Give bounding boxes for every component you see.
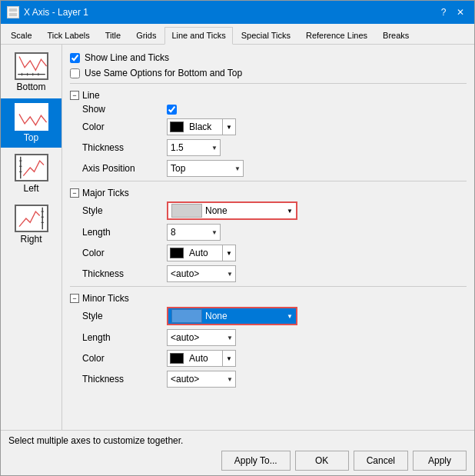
major-style-label: Style [82, 205, 167, 216]
minor-length-label: Length [82, 332, 167, 343]
tab-grids[interactable]: Grids [129, 27, 163, 44]
status-text: Select multiple axes to customize togeth… [8, 435, 467, 446]
minor-ticks-section-title: Minor Ticks [82, 293, 129, 304]
minor-style-control: None ▼ [167, 307, 297, 325]
main-panel: Show Line and Ticks Use Same Options for… [62, 45, 474, 430]
sidebar-label-top: Top [24, 132, 38, 143]
major-thickness-control: <auto> [167, 265, 236, 282]
sidebar-label-left: Left [23, 183, 38, 194]
sidebar: Bottom Top [1, 45, 62, 430]
tab-bar: Scale Tick Labels Title Grids Line and T… [1, 24, 474, 45]
minor-style-dropdown[interactable]: None ▼ [167, 307, 297, 325]
minor-thickness-select[interactable]: <auto> [167, 371, 236, 388]
axis-position-select[interactable]: Top [167, 160, 244, 177]
minor-length-select[interactable]: <auto> [167, 329, 236, 346]
axis-position-select-wrapper: Top [167, 160, 244, 177]
major-color-value: Auto [186, 248, 222, 258]
line-show-label: Show [82, 104, 167, 115]
minor-thickness-row: Thickness <auto> [70, 371, 467, 388]
minor-style-label: Style [82, 311, 167, 321]
show-line-ticks-row: Show Line and Ticks [70, 52, 467, 63]
minor-style-arrow: ▼ [284, 313, 296, 320]
line-color-swatch [168, 119, 186, 135]
title-bar-left: X Axis - Layer 1 [7, 6, 88, 18]
tab-scale[interactable]: Scale [4, 27, 39, 44]
major-ticks-section-header: − Major Ticks [70, 188, 467, 198]
major-ticks-collapse-btn[interactable]: − [70, 188, 79, 198]
minor-ticks-section-header: − Minor Ticks [70, 293, 467, 304]
divider-3 [70, 286, 467, 287]
same-options-checkbox[interactable] [70, 68, 80, 78]
major-color-swatch [168, 245, 186, 261]
major-color-dropdown[interactable]: Auto ▼ [167, 245, 236, 261]
minor-color-swatch [168, 351, 186, 366]
minor-color-label: Color [82, 353, 167, 364]
line-color-dropdown[interactable]: Black ▼ [167, 118, 236, 135]
apply-button[interactable]: Apply [413, 451, 467, 471]
divider-2 [70, 181, 467, 181]
major-length-select[interactable]: 8 [167, 224, 221, 241]
help-button[interactable]: ? [436, 5, 451, 20]
tab-title[interactable]: Title [98, 27, 128, 44]
line-show-row: Show [70, 104, 467, 115]
major-length-row: Length 8 [70, 224, 467, 241]
line-thickness-control: 1.5 [167, 139, 221, 156]
tab-tick-labels[interactable]: Tick Labels [41, 27, 97, 44]
line-show-control [167, 105, 177, 115]
line-color-value: Black [186, 121, 222, 132]
tab-breaks[interactable]: Breaks [376, 27, 416, 44]
show-line-ticks-checkbox[interactable] [70, 53, 80, 63]
major-style-row: Style None ▼ [70, 201, 467, 220]
line-show-checkbox[interactable] [167, 105, 177, 115]
sidebar-item-left[interactable]: Left [1, 149, 61, 198]
axis-position-label: Axis Position [82, 163, 167, 174]
line-color-label: Color [82, 121, 167, 132]
sidebar-item-right[interactable]: Right [1, 200, 61, 249]
major-color-control: Auto ▼ [167, 245, 236, 261]
axis-position-control: Top [167, 160, 244, 177]
tab-line-and-ticks[interactable]: Line and Ticks [164, 27, 232, 45]
line-color-arrow: ▼ [222, 119, 235, 135]
line-section-title: Line [82, 90, 100, 101]
tab-special-ticks[interactable]: Special Ticks [234, 27, 297, 44]
line-section-header: − Line [70, 90, 467, 101]
same-options-label: Use Same Options for Bottom and Top [85, 68, 242, 78]
minor-color-dropdown[interactable]: Auto ▼ [167, 350, 236, 367]
tab-reference-lines[interactable]: Reference Lines [299, 27, 374, 44]
content-area: Bottom Top [1, 45, 474, 430]
major-color-arrow: ▼ [222, 245, 235, 261]
major-length-label: Length [82, 227, 167, 238]
right-axis-icon [15, 205, 48, 232]
line-thickness-row: Thickness 1.5 [70, 139, 467, 156]
line-thickness-select[interactable]: 1.5 [167, 139, 221, 156]
major-thickness-select[interactable]: <auto> [167, 265, 236, 282]
axis-position-row: Axis Position Top [70, 160, 467, 177]
major-ticks-section-title: Major Ticks [82, 188, 129, 198]
line-color-control: Black ▼ [167, 118, 236, 135]
left-axis-icon [15, 154, 48, 181]
cancel-button[interactable]: Cancel [354, 451, 408, 471]
show-line-ticks-label: Show Line and Ticks [85, 52, 169, 63]
minor-style-row: Style None ▼ [70, 307, 467, 325]
line-thickness-select-wrapper: 1.5 [167, 139, 221, 156]
minor-ticks-collapse-btn[interactable]: − [70, 294, 79, 303]
bottom-bar: Select multiple axes to customize togeth… [1, 430, 474, 475]
major-length-select-wrapper: 8 [167, 224, 221, 241]
line-collapse-btn[interactable]: − [70, 91, 79, 100]
button-row: Apply To... OK Cancel Apply [8, 451, 467, 471]
minor-color-row: Color Auto ▼ [70, 350, 467, 367]
ok-button[interactable]: OK [295, 451, 349, 471]
sidebar-item-top[interactable]: Top [1, 98, 61, 148]
major-color-row: Color Auto ▼ [70, 245, 467, 261]
major-thickness-select-wrapper: <auto> [167, 265, 236, 282]
major-style-control: None ▼ [167, 201, 297, 220]
sidebar-item-bottom[interactable]: Bottom [1, 48, 61, 97]
divider-1 [70, 83, 467, 84]
close-button[interactable]: ✕ [453, 5, 468, 20]
major-thickness-row: Thickness <auto> [70, 265, 467, 282]
major-style-dropdown[interactable]: None ▼ [167, 201, 297, 220]
apply-to-button[interactable]: Apply To... [221, 451, 291, 471]
minor-length-select-wrapper: <auto> [167, 329, 236, 346]
main-window: X Axis - Layer 1 ? ✕ Scale Tick Labels T… [0, 0, 475, 476]
major-style-arrow: ▼ [284, 208, 296, 215]
